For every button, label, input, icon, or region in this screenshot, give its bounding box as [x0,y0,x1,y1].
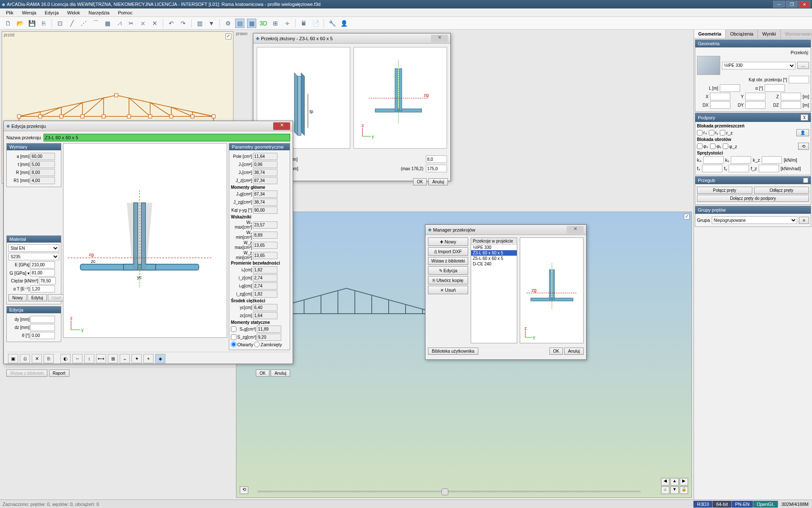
close-button[interactable]: ✕ [798,1,810,8]
menu-wersja[interactable]: Wersja [19,9,40,16]
x-in[interactable] [710,93,730,100]
ep-name-input[interactable] [44,134,290,141]
alpha-input[interactable] [765,84,785,92]
mat-nowy[interactable]: Nowy [8,294,27,301]
columns-icon[interactable]: ▥ [195,19,204,28]
wrench-icon[interactable]: 🔧 [327,19,337,28]
user-icon[interactable]: 👤 [339,19,348,28]
rz-chk[interactable]: r_z [720,130,732,135]
truss-icon[interactable]: ⩘ [115,19,124,28]
eptb-11[interactable]: ✦ [132,354,142,363]
menu-edycja[interactable]: Edycja [41,9,62,16]
mat-usun[interactable]: Usuń [48,294,65,301]
maximize-button[interactable]: ❐ [786,1,798,8]
przegub-chk[interactable] [803,178,808,183]
eptb-12[interactable]: + [143,354,154,363]
fz-chk[interactable]: φ_z [723,144,737,149]
eptb-13[interactable]: ◈ [155,354,165,363]
dy-in[interactable] [30,316,55,323]
szg-chk[interactable] [231,334,236,340]
aT-in[interactable] [30,285,55,293]
nav-home[interactable]: ⌂ [661,486,669,494]
y-in[interactable] [745,93,765,100]
chain-icon[interactable]: ⋰ [79,19,88,28]
view2-icon[interactable]: ▦ [247,19,256,28]
dy-in[interactable] [745,101,765,109]
ep-raport[interactable]: Raport [49,370,69,377]
view-reset[interactable]: ⟲ [240,486,248,494]
mp-anuluj[interactable]: Anuluj [564,348,584,355]
filter-icon[interactable]: ▼ [207,19,216,28]
eptb-10[interactable]: ⫠ [120,354,130,363]
eptb-8[interactable]: ⟷ [96,354,106,363]
eptb-3[interactable]: ✕ [32,354,42,363]
bar-icon[interactable]: ╱ [67,19,77,28]
nav-down[interactable]: ▼ [670,486,679,494]
mp-ok[interactable]: OK [549,348,563,355]
redo-icon[interactable]: ↷ [178,19,188,28]
mp-import[interactable]: ⎙ Import DXF [428,247,468,256]
grupa-select[interactable]: Niepogrupowane [712,216,798,224]
node-icon[interactable]: ⊡ [55,19,65,28]
odlacz-btn[interactable]: Odłącz pręty [754,187,809,194]
arc-icon[interactable]: ⌒ [91,19,100,28]
mp-edycja[interactable]: ✎ Edycja [428,266,468,275]
mp-kopia[interactable]: ⎘ Utwórz kopię [428,276,468,284]
menu-plik[interactable]: Plik [3,9,17,16]
mp-list[interactable]: Przekroje w projekcie ½IPE 330 Z3-L 60 x… [471,237,517,343]
ep-close[interactable]: ✕ [273,122,290,130]
calc-icon[interactable]: 🖩 [299,19,308,28]
syg-chk[interactable] [231,326,236,332]
mp-item-0[interactable]: ½IPE 330 [471,245,517,250]
mp-item-2[interactable]: Z5-L 60 x 60 x 5 [471,256,517,261]
kat-input[interactable] [789,76,809,83]
ep-ok[interactable]: OK [256,370,269,377]
grid-icon[interactable]: ▦ [103,19,112,28]
open-icon[interactable]: 📂 [15,19,25,28]
ry-chk[interactable]: rᵧ [709,130,719,135]
eptb-1[interactable]: ▣ [8,354,18,363]
eptb-7[interactable]: ↕ [84,354,94,363]
mat1-sel[interactable]: Stal EN [8,244,59,252]
expand-icon[interactable]: ⤢ [225,33,231,39]
tab-obciazenia[interactable]: Obciążenia [726,30,758,38]
undo-icon[interactable]: ↶ [167,19,176,28]
dz-in[interactable] [30,324,55,331]
pz-v1[interactable] [426,155,447,163]
C-in[interactable] [39,277,56,284]
eptb-5[interactable]: ◐ [60,354,71,363]
mp-nowy[interactable]: ✚ Nowy [428,237,468,246]
mat2-sel[interactable]: S235 [8,253,59,260]
z-in[interactable] [781,93,801,100]
break-icon[interactable]: ⤫ [138,19,148,28]
dolacz-btn[interactable]: Dołącz pręty do podpory [697,195,809,202]
eptb-4[interactable]: ⎘ [44,354,54,363]
zamkniety-radio[interactable]: Zamknięty [254,342,282,347]
save-icon[interactable]: 💾 [27,19,36,28]
tab-wyniki[interactable]: Wyniki [758,30,780,38]
pz-v2[interactable] [426,165,447,172]
kz-in[interactable] [762,156,782,164]
ep-anuluj[interactable]: Anuluj [271,370,290,377]
support-icon-btn[interactable]: 👤 [796,129,809,136]
view-slider[interactable] [258,491,641,492]
kx-in[interactable] [703,156,724,164]
th-in[interactable] [30,332,55,339]
nav-lock[interactable]: 🔒 [680,486,688,494]
save-all-icon[interactable]: ⎘ [39,19,48,28]
nav-btn[interactable]: ▶ [680,478,688,486]
mp-close[interactable]: ✕ [567,226,584,234]
cut-icon[interactable]: ✂ [126,19,136,28]
section-btn[interactable]: … [797,62,809,69]
dz-in[interactable] [781,101,801,109]
eptb-6[interactable]: ↔ [72,354,82,363]
measure-icon[interactable]: ⟛ [283,19,292,28]
przekroj-select[interactable]: ½IPE 330 [722,62,796,69]
menu-narzedzia[interactable]: Narzędzia [85,9,113,16]
rx-chk[interactable]: rₓ [697,130,707,135]
rot-icon-btn[interactable]: ⟲ [798,143,809,150]
grupa-btn[interactable]: ≡ [799,217,809,224]
report-icon[interactable]: 📄 [311,19,320,28]
menu-widok[interactable]: Widok [64,9,84,16]
nav-btn[interactable]: ◀ [661,478,669,486]
